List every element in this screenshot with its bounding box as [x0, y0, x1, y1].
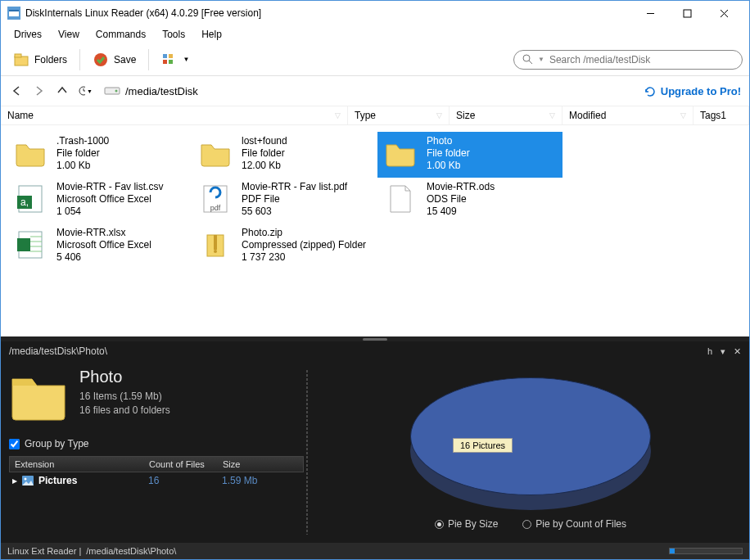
chevron-down-icon[interactable]: ▾: [721, 346, 725, 357]
menu-commands[interactable]: Commands: [89, 27, 152, 42]
file-name: .Trash-1000: [56, 135, 109, 147]
file-item[interactable]: Movie-RTR.odsODS File15 409: [377, 178, 562, 224]
navigation-bar: ▼ /media/testDisk Upgrade to Pro!: [1, 76, 749, 106]
filter-icon[interactable]: ▽: [436, 111, 442, 120]
status-left: Linux Ext Reader |: [7, 546, 81, 556]
file-name: Photo: [427, 135, 470, 147]
radio-pie-by-size[interactable]: Pie By Size: [435, 518, 498, 530]
minimize-button[interactable]: [632, 2, 669, 25]
file-type: Compressed (zipped) Folder: [242, 239, 366, 251]
preview-h-link[interactable]: h: [707, 346, 712, 357]
nav-up-button[interactable]: [55, 85, 70, 97]
preview-stats-1: 16 Items (1.59 Mb): [79, 390, 170, 404]
view-grid-icon: [161, 52, 179, 67]
save-icon: [93, 52, 111, 68]
file-size: 1.00 Kb: [427, 160, 470, 172]
menu-bar: Drives View Commands Tools Help: [1, 25, 749, 43]
preview-close-icon[interactable]: ✕: [734, 346, 741, 357]
filter-icon[interactable]: ▽: [680, 111, 686, 120]
file-type: File folder: [427, 147, 470, 160]
nav-history-button[interactable]: ▼: [78, 85, 93, 97]
file-item[interactable]: pdfMovie-RTR - Fav list.pdfPDF File55 60…: [192, 178, 377, 224]
svg-text:a,: a,: [20, 196, 29, 208]
pictures-icon: [22, 476, 34, 485]
file-item[interactable]: .Trash-1000File folder1.00 Kb: [7, 132, 192, 178]
folder-icon: [12, 135, 48, 171]
preview-table-header: Extension Count of Files Size: [9, 456, 304, 472]
menu-tools[interactable]: Tools: [156, 27, 192, 42]
column-headers: Name▽ Type▽ Size▽ Modified▽ Tags1: [1, 106, 749, 125]
svg-rect-31: [214, 235, 217, 250]
col-modified[interactable]: Modified▽: [562, 106, 694, 124]
svg-rect-25: [17, 238, 30, 251]
folders-icon: [13, 52, 31, 68]
resize-dots[interactable]: [305, 369, 309, 535]
file-size: 1 054: [56, 205, 163, 218]
maximize-button[interactable]: [669, 2, 706, 25]
status-path: /media/testDisk\Photo\: [86, 546, 176, 556]
chevron-down-icon[interactable]: ▼: [538, 56, 544, 63]
svg-rect-12: [163, 60, 167, 64]
upgrade-link[interactable]: Upgrade to Pro!: [644, 85, 741, 97]
filter-icon[interactable]: ▽: [549, 111, 555, 120]
preview-title: Photo: [79, 368, 170, 386]
folders-button[interactable]: Folders: [7, 48, 73, 71]
window-titlebar: DiskInternals Linux Reader (x64) 4.0.29 …: [1, 1, 749, 25]
path-text[interactable]: /media/testDisk: [125, 85, 198, 97]
pdf-icon: pdf: [197, 181, 233, 217]
group-by-type-checkbox[interactable]: Group by Type: [9, 438, 304, 449]
menu-drives[interactable]: Drives: [7, 27, 48, 42]
save-button[interactable]: Save: [87, 48, 142, 71]
file-name: Movie-RTR.ods: [427, 181, 495, 193]
svg-rect-13: [169, 60, 173, 64]
preview-panel: /media/testDisk\Photo\ h ▾ ✕ Photo 16 It…: [1, 341, 749, 543]
file-type: File folder: [242, 147, 287, 160]
nav-forward-button[interactable]: [32, 85, 47, 97]
folder-icon: [382, 135, 418, 171]
file-name: Photo.zip: [242, 227, 366, 239]
menu-view[interactable]: View: [52, 27, 86, 42]
file-size: 55 603: [242, 205, 347, 218]
svg-point-14: [523, 55, 530, 61]
file-item[interactable]: Photo.zipCompressed (zipped) Folder1 737…: [192, 224, 377, 269]
toolbar-separator: [79, 49, 80, 70]
nav-back-button[interactable]: [9, 85, 24, 97]
preview-stats-2: 16 files and 0 folders: [79, 404, 170, 418]
file-item[interactable]: lost+foundFile folder12.00 Kb: [192, 132, 377, 178]
zip-icon: [197, 227, 233, 263]
view-mode-button[interactable]: ▼: [156, 49, 195, 70]
expand-icon[interactable]: ▸: [12, 475, 17, 486]
filter-icon[interactable]: ▽: [335, 111, 341, 120]
preview-table-row[interactable]: ▸ Pictures 16 1.59 Mb: [9, 472, 304, 489]
search-input[interactable]: [549, 54, 734, 65]
file-type: File folder: [56, 147, 109, 160]
svg-text:pdf: pdf: [210, 204, 221, 212]
close-button[interactable]: [706, 2, 743, 25]
file-list[interactable]: .Trash-1000File folder1.00 Kblost+foundF…: [1, 125, 749, 336]
app-icon: [7, 7, 20, 20]
file-size: 5 406: [56, 251, 151, 264]
file-type: ODS File: [427, 193, 495, 205]
file-item[interactable]: Movie-RTR.xlsxMicrosoft Office Excel5 40…: [7, 224, 192, 269]
col-type[interactable]: Type▽: [348, 106, 450, 124]
col-size[interactable]: Size▽: [450, 106, 562, 124]
blank-icon: [382, 181, 418, 217]
file-type: Microsoft Office Excel: [56, 239, 151, 251]
refresh-icon: [644, 85, 656, 97]
radio-pie-by-count[interactable]: Pie by Count of Files: [522, 518, 626, 530]
folder-large-icon: [9, 368, 68, 422]
col-tags[interactable]: Tags1: [694, 106, 749, 124]
file-item[interactable]: PhotoFile folder1.00 Kb: [377, 132, 562, 178]
col-name[interactable]: Name▽: [1, 106, 348, 124]
svg-rect-2: [9, 10, 19, 11]
search-box[interactable]: ▼: [513, 50, 743, 70]
folder-icon: [197, 135, 233, 171]
svg-line-15: [529, 61, 532, 64]
svg-point-32: [214, 250, 217, 253]
file-item[interactable]: a,Movie-RTR - Fav list.csvMicrosoft Offi…: [7, 178, 192, 224]
file-name: lost+found: [242, 135, 287, 147]
file-size: 12.00 Kb: [242, 160, 287, 172]
menu-help[interactable]: Help: [195, 27, 228, 42]
file-size: 15 409: [427, 205, 495, 218]
toolbar-separator: [148, 49, 149, 70]
